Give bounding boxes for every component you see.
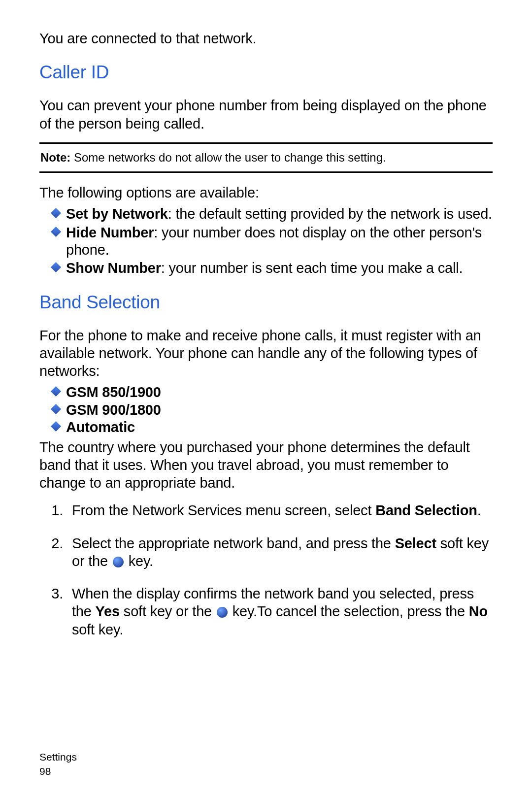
ok-key-icon (217, 607, 228, 618)
band-paragraph-1: For the phone to make and receive phone … (39, 327, 493, 380)
option-desc: : the default setting provided by the ne… (168, 206, 492, 222)
ui-label: Band Selection (375, 502, 477, 518)
intro-text: You are connected to that network. (39, 30, 493, 47)
caller-id-options-list: Set by Network: the default setting prov… (39, 205, 493, 277)
list-item: Hide Number: your number does not displa… (52, 224, 493, 259)
ui-label: Select (395, 535, 436, 551)
band-type: GSM 900/1800 (66, 402, 161, 418)
footer-page-number: 98 (39, 765, 77, 778)
band-type: Automatic (66, 419, 135, 435)
manual-page: You are connected to that network. Calle… (0, 0, 532, 798)
footer-section: Settings (39, 750, 77, 764)
step-item: Select the appropriate network band, and… (67, 534, 493, 570)
list-item: GSM 900/1800 (52, 401, 493, 419)
ui-label: No (469, 603, 488, 619)
step-item: When the display confirms the network ba… (67, 585, 493, 638)
option-term: Show Number (66, 260, 161, 276)
ui-label: Yes (96, 603, 120, 619)
note-box: Note: Some networks do not allow the use… (39, 142, 493, 173)
band-types-list: GSM 850/1900 GSM 900/1800 Automatic (39, 384, 493, 436)
list-item: Show Number: your number is sent each ti… (52, 260, 493, 277)
step-text: key.To cancel the selection, press the (229, 603, 469, 619)
heading-caller-id: Caller ID (39, 62, 493, 83)
ok-key-icon (113, 557, 124, 567)
band-type: GSM 850/1900 (66, 384, 161, 400)
note-text: Some networks do not allow the user to c… (70, 151, 386, 164)
step-item: From the Network Services menu screen, s… (67, 501, 493, 519)
note-label: Note: (40, 151, 70, 164)
step-text: key. (125, 553, 153, 569)
option-term: Set by Network (66, 206, 168, 222)
option-term: Hide Number (66, 225, 154, 240)
list-item: Set by Network: the default setting prov… (52, 205, 493, 223)
list-item: GSM 850/1900 (52, 384, 493, 401)
option-desc: : your number is sent each time you make… (161, 260, 463, 276)
step-text: . (477, 502, 481, 518)
list-item: Automatic (52, 419, 493, 436)
step-text: Select the appropriate network band, and… (72, 535, 395, 551)
caller-id-paragraph: You can prevent your phone number from b… (39, 97, 493, 133)
step-text: From the Network Services menu screen, s… (72, 502, 375, 518)
heading-band-selection: Band Selection (39, 292, 493, 313)
band-paragraph-2: The country where you purchased your pho… (39, 438, 493, 492)
page-footer: Settings 98 (39, 750, 77, 778)
options-lead: The following options are available: (39, 184, 493, 201)
step-text: soft key. (72, 622, 123, 637)
step-text: soft key or the (120, 603, 216, 619)
steps-list: From the Network Services menu screen, s… (39, 501, 493, 638)
